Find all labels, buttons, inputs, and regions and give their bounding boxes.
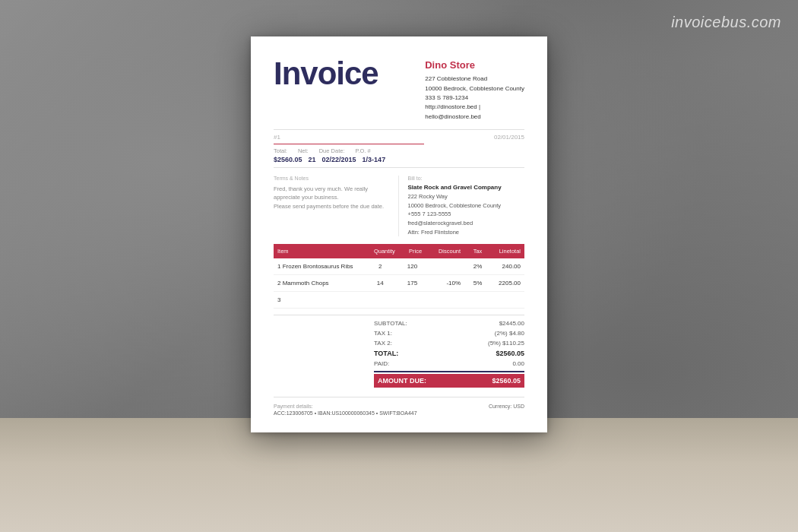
- tax2-value: (5%) $110.25: [488, 340, 524, 347]
- table-row: 1 Frozen Brontosaurus Ribs 2 120 2% 240.…: [274, 258, 524, 275]
- amount-due-row: AMOUNT DUE: $2560.05: [374, 374, 524, 388]
- cell-item: 1 Frozen Brontosaurus Ribs: [274, 258, 362, 275]
- cell-discount: -10%: [426, 275, 464, 292]
- amount-due-value: $2560.05: [492, 377, 521, 385]
- net-value: 21: [309, 156, 316, 163]
- tax1-row: TAX 1: (2%) $4.80: [374, 328, 524, 338]
- company-info: Dino Store 227 Cobblestone Road 10000 Be…: [425, 58, 524, 122]
- cell-quantity: 2: [362, 258, 399, 275]
- payment-left: Payment details: ACC:123006705 • IBAN:US…: [274, 404, 417, 416]
- meta-divider: [274, 144, 424, 144]
- cell-discount: [426, 258, 464, 275]
- due-date-value: 02/22/2015: [322, 156, 356, 163]
- paid-value: 0.00: [512, 360, 524, 367]
- cell-price: 120: [399, 258, 426, 275]
- subtotal-row: SUBTOTAL: $2445.00: [374, 318, 524, 328]
- currency-label: Currency: USD: [489, 404, 524, 416]
- table-row: 2 Mammoth Chops 14 175 -10% 5% 2205.00: [274, 275, 524, 292]
- subtotal-value: $2445.00: [499, 320, 524, 327]
- po-label: P.O. #: [355, 147, 370, 154]
- table-body: 1 Frozen Brontosaurus Ribs 2 120 2% 240.…: [274, 258, 524, 309]
- invoice-title: Invoice: [274, 58, 378, 90]
- cell-item: 3: [274, 292, 362, 309]
- cell-linetotal: 240.00: [486, 258, 524, 275]
- company-address2: 10000 Bedrock, Cobblestone County: [425, 84, 524, 93]
- company-address5: hello@dinostore.bed: [425, 112, 524, 122]
- two-col-section: Terms & Notes Fred, thank you very much.…: [274, 176, 524, 236]
- col-item: Item: [274, 244, 362, 258]
- cell-linetotal: [486, 292, 524, 309]
- total-label: Total:: [274, 147, 287, 154]
- col-discount: Discount: [426, 244, 464, 258]
- amount-due-label: AMOUNT DUE:: [378, 377, 426, 385]
- paid-label: PAID:: [374, 360, 389, 367]
- totals-section: SUBTOTAL: $2445.00 TAX 1: (2%) $4.80 TAX…: [274, 315, 524, 394]
- cell-quantity: 14: [362, 275, 399, 292]
- table-header: Item Quantity Price Discount Tax Linetot…: [274, 244, 524, 258]
- tax1-label: TAX 1:: [374, 330, 392, 337]
- total-label: TOTAL:: [374, 350, 398, 357]
- tax2-row: TAX 2: (5%) $110.25: [374, 338, 524, 348]
- company-address4: http://dinostore.bed |: [425, 103, 524, 112]
- company-address1: 227 Cobblestone Road: [425, 74, 524, 84]
- watermark: invoicebus.com: [671, 14, 781, 31]
- invoice-paper: Invoice Dino Store 227 Cobblestone Road …: [251, 36, 547, 432]
- col-tax: Tax: [464, 244, 486, 258]
- company-address3: 333 S 789-1234: [425, 93, 524, 103]
- subtotal-label: SUBTOTAL:: [374, 320, 407, 327]
- terms-label: Terms & Notes: [274, 176, 391, 181]
- bill-to-company: Slate Rock and Gravel Company: [408, 184, 525, 191]
- amount-due-divider: [374, 371, 524, 372]
- meta-labels: Total: Net: Due Date: P.O. #: [274, 147, 524, 154]
- col-price: Price: [399, 244, 426, 258]
- bill-to-email: fred@slaterockgravel.bed: [408, 219, 525, 228]
- terms-text: Fred, thank you very much. We really app…: [274, 185, 391, 211]
- payment-details: ACC:123006705 • IBAN:US100000060345 • SW…: [274, 410, 417, 416]
- due-date-label: Due Date:: [319, 147, 345, 154]
- bill-to-attn: Attn: Fred Flintstone: [408, 228, 525, 237]
- company-name: Dino Store: [425, 58, 524, 73]
- cell-tax: 5%: [464, 275, 486, 292]
- bill-to-label: Bill to:: [408, 176, 525, 181]
- meta-row1: #1 02/01/2015: [274, 134, 524, 141]
- bill-to-addr2: 10000 Bedrock, Cobblestone County: [408, 201, 525, 211]
- invoice-number: #1: [274, 134, 280, 141]
- payment-footer: Payment details: ACC:123006705 • IBAN:US…: [274, 397, 524, 416]
- floor-surface: [0, 418, 798, 532]
- invoice-header: Invoice Dino Store 227 Cobblestone Road …: [274, 58, 524, 122]
- bill-to-section: Bill to: Slate Rock and Gravel Company 2…: [407, 176, 525, 236]
- tax1-value: (2%) $4.80: [495, 330, 524, 337]
- cell-price: [399, 292, 426, 309]
- cell-tax: [464, 292, 486, 309]
- totals-block: SUBTOTAL: $2445.00 TAX 1: (2%) $4.80 TAX…: [374, 318, 524, 388]
- bill-to-address: 222 Rocky Way 10000 Bedrock, Cobblestone…: [408, 192, 525, 236]
- totals-divider-top: [274, 315, 524, 315]
- terms-section: Terms & Notes Fred, thank you very much.…: [274, 176, 399, 236]
- cell-linetotal: 2205.00: [486, 275, 524, 292]
- tax2-label: TAX 2:: [374, 340, 392, 347]
- cell-tax: 2%: [464, 258, 486, 275]
- invoice-date: 02/01/2015: [494, 134, 524, 141]
- bill-to-addr1: 222 Rocky Way: [408, 192, 525, 201]
- bill-to-phone: +555 7 123-5555: [408, 210, 525, 219]
- cell-quantity: [362, 292, 399, 309]
- total-value: $2560.05: [496, 350, 524, 357]
- total-row: TOTAL: $2560.05: [374, 348, 524, 359]
- items-table: Item Quantity Price Discount Tax Linetot…: [274, 244, 524, 309]
- cell-price: 175: [399, 275, 426, 292]
- col-quantity: Quantity: [362, 244, 399, 258]
- po-value: 1/3-147: [363, 156, 386, 163]
- table-row: 3: [274, 292, 524, 309]
- col-linetotal: Linetotal: [486, 244, 524, 258]
- net-label: Net:: [298, 147, 309, 154]
- payment-label: Payment details:: [274, 404, 417, 409]
- cell-discount: [426, 292, 464, 309]
- paid-row: PAID: 0.00: [374, 359, 524, 369]
- meta-values: $2560.05 21 02/22/2015 1/3-147: [274, 156, 524, 163]
- total-value: $2560.05: [274, 156, 302, 163]
- cell-item: 2 Mammoth Chops: [274, 275, 362, 292]
- invoice-meta: #1 02/01/2015 Total: Net: Due Date: P.O.…: [274, 129, 524, 168]
